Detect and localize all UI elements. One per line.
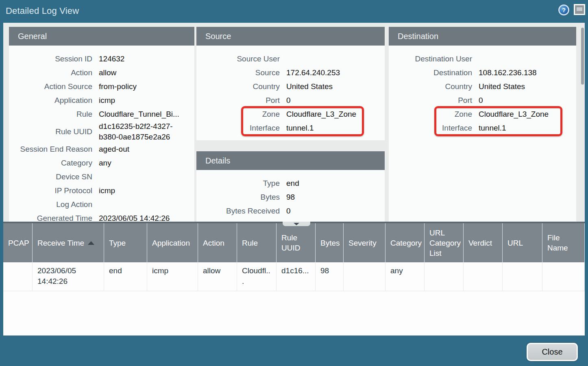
column-header-type[interactable]: Type: [104, 223, 147, 262]
column-header-category[interactable]: Category: [385, 223, 425, 262]
field-row-application: Applicationicmp: [9, 94, 194, 107]
field-label: Category: [9, 159, 92, 168]
field-label: Bytes Received: [196, 207, 280, 216]
cell-receive-time: 2023/06/05 14:42:26: [33, 262, 104, 291]
column-header-verdict[interactable]: Verdict: [464, 223, 503, 262]
field-label: Interface: [196, 124, 280, 133]
panel-destination-title: Destination: [389, 27, 576, 46]
panel-general: General Session ID124632ActionallowActio…: [9, 27, 194, 222]
field-value: tunnel.1: [479, 123, 506, 133]
column-header-label: Category: [390, 238, 422, 248]
panel-general-title: General: [9, 27, 194, 46]
log-table: PCAPReceive TimeTypeApplicationActionRul…: [3, 222, 585, 336]
column-header-label: File Name: [547, 233, 579, 253]
field-label: Port: [196, 96, 280, 105]
field-row-rule: RuleCloudflare_Tunnel_Bi...: [9, 107, 194, 121]
field-value: d1c16235-b2f2-4327-b380-0ae1875e2a26: [99, 121, 192, 142]
column-header-label: PCAP: [8, 238, 29, 248]
cell-rule-uuid: d1c16...: [277, 262, 316, 291]
field-value: 0: [286, 206, 291, 216]
field-value: United States: [479, 81, 525, 92]
column-header-pcap[interactable]: PCAP: [3, 223, 33, 262]
field-label: Zone: [389, 110, 472, 119]
field-row-bytes-received: Bytes Received0: [196, 204, 385, 218]
cell-pcap: [3, 262, 33, 291]
column-header-label: Severity: [348, 238, 377, 248]
close-button[interactable]: Close: [527, 343, 578, 361]
field-label: Source: [196, 68, 280, 77]
panel-source-title: Source: [196, 27, 385, 46]
field-row-interface: Interfacetunnel.1: [196, 121, 385, 135]
field-row-country: CountryUnited States: [196, 80, 385, 94]
column-header-label: Rule UUID: [281, 233, 310, 253]
cell-url-category-list: [425, 262, 464, 291]
cell-category: any: [385, 262, 425, 291]
field-label: Destination: [389, 68, 472, 77]
panel-destination-fields: Destination UserDestination108.162.236.1…: [389, 46, 576, 135]
field-value: icmp: [99, 95, 115, 106]
field-row-destination: Destination108.162.236.138: [389, 66, 576, 80]
cell-url: [503, 262, 542, 291]
field-row-zone: ZoneCloudflare_L3_Zone: [196, 107, 385, 121]
column-header-rule[interactable]: Rule: [237, 223, 277, 262]
column-header-label: Verdict: [468, 238, 492, 248]
column-header-application[interactable]: Application: [147, 223, 198, 262]
column-header-receive-time[interactable]: Receive Time: [33, 223, 104, 262]
restore-window-icon[interactable]: [574, 4, 585, 15]
field-label: Port: [389, 96, 472, 105]
field-label: Rule UUID: [9, 127, 92, 136]
field-value: end: [286, 178, 299, 189]
field-label: Zone: [196, 110, 280, 119]
column-header-url-category-list[interactable]: URL Category List: [425, 223, 464, 262]
field-label: Action Source: [9, 82, 92, 91]
field-label: Device SN: [9, 172, 92, 181]
field-label: Log Action: [9, 200, 92, 209]
title-bar: Detailed Log View ?: [0, 0, 588, 23]
field-label: Application: [9, 96, 92, 105]
log-table-row[interactable]: 2023/06/05 14:42:26endicmpallowCloudfl..…: [3, 262, 585, 291]
column-header-label: URL Category List: [429, 228, 461, 258]
field-row-source: Source172.64.240.253: [196, 66, 385, 80]
field-label: Destination User: [389, 54, 472, 63]
log-table-header: PCAPReceive TimeTypeApplicationActionRul…: [3, 223, 585, 262]
field-row-destination-user: Destination User: [389, 52, 576, 66]
field-row-port: Port0: [196, 94, 385, 107]
field-value: 108.162.236.138: [479, 68, 537, 78]
field-value: allow: [99, 68, 116, 78]
field-value: 172.64.240.253: [286, 68, 340, 78]
column-header-action[interactable]: Action: [198, 223, 237, 262]
column-header-label: Application: [152, 238, 190, 248]
field-label: Source User: [196, 54, 280, 63]
panel-details: Details TypeendBytes98Bytes Received0: [196, 151, 385, 222]
field-row-session-end-reason: Session End Reasonaged-out: [9, 142, 194, 156]
field-row-rule-uuid: Rule UUIDd1c16235-b2f2-4327-b380-0ae1875…: [9, 121, 194, 142]
field-label: Action: [9, 68, 92, 77]
column-header-bytes[interactable]: Bytes: [316, 223, 344, 262]
panel-destination: Destination Destination UserDestination1…: [389, 27, 576, 222]
vertical-scrollbar-thumb[interactable]: [581, 28, 584, 85]
sort-asc-icon: [88, 241, 94, 245]
column-header-severity[interactable]: Severity: [344, 223, 385, 262]
panel-source: Source Source UserSource172.64.240.253Co…: [196, 27, 385, 140]
field-value: 2023/06/05 14:42:26: [99, 213, 170, 222]
field-value: tunnel.1: [286, 123, 314, 133]
splitter-handle[interactable]: [283, 222, 310, 226]
field-value: from-policy: [99, 81, 137, 92]
field-value: 124632: [99, 54, 124, 64]
cell-type: end: [104, 262, 147, 291]
column-header-url[interactable]: URL: [503, 223, 542, 262]
field-label: Interface: [389, 124, 472, 133]
column-header-rule-uuid[interactable]: Rule UUID: [277, 223, 316, 262]
field-label: Country: [196, 82, 280, 91]
panel-details-title: Details: [196, 151, 385, 170]
cell-bytes: 98: [316, 262, 344, 291]
field-row-type: Typeend: [196, 176, 385, 190]
field-row-session-id: Session ID124632: [9, 52, 194, 66]
field-row-source-user: Source User: [196, 52, 385, 66]
field-row-category: Categoryany: [9, 156, 194, 170]
panel-source-fields: Source UserSource172.64.240.253CountryUn…: [196, 46, 385, 135]
help-icon[interactable]: ?: [558, 4, 569, 15]
column-header-file-name[interactable]: File Name: [542, 223, 585, 262]
field-label: IP Protocol: [9, 186, 92, 195]
field-value: icmp: [99, 185, 115, 196]
